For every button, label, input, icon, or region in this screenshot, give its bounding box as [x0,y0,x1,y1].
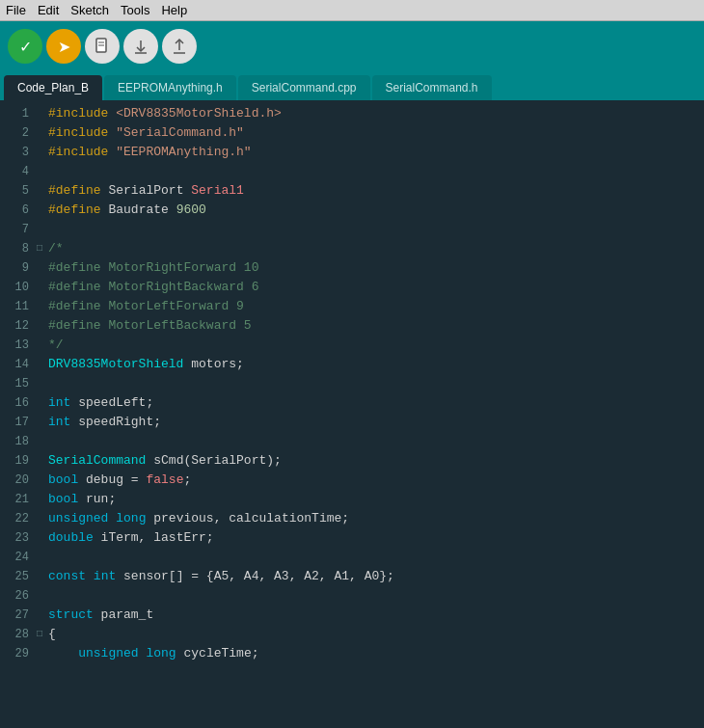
line-number: 25 [0,567,37,586]
code-text: #define Baudrate 9600 [46,201,704,220]
code-text: SerialCommand sCmd(SerialPort); [46,451,704,471]
table-row: 27struct param_t [0,606,704,625]
code-text: unsigned long previous, calculationTime; [46,509,704,528]
table-row: 22unsigned long previous, calculationTim… [0,509,704,528]
menu-edit[interactable]: Edit [38,3,59,17]
code-text [46,586,704,606]
table-row: 21bool run; [0,490,704,509]
line-number: 12 [0,316,37,336]
menu-file[interactable]: File [6,3,26,17]
line-number: 27 [0,606,37,625]
table-row: 18 [0,432,704,451]
menu-tools[interactable]: Tools [121,3,149,17]
table-row: 28□{ [0,625,704,644]
code-text: DRV8835MotorShield motors; [46,355,704,374]
line-number: 2 [0,123,37,143]
table-row: 4 [0,162,704,181]
line-number: 7 [0,220,37,239]
menubar: File Edit Sketch Tools Help [0,0,704,21]
line-number: 24 [0,548,37,567]
new-button[interactable] [85,29,120,64]
line-number: 13 [0,336,37,355]
line-number: 8 [0,239,37,258]
code-text [46,432,704,451]
fold-indicator[interactable]: □ [37,625,46,644]
code-text: bool debug = false; [46,471,704,490]
code-editor[interactable]: 1#include <DRV8835MotorShield.h>2#includ… [0,100,704,728]
line-number: 6 [0,201,37,220]
table-row: 29 unsigned long cycleTime; [0,644,704,663]
line-number: 10 [0,278,37,297]
verify-button[interactable]: ✓ [8,29,42,64]
table-row: 6#define Baudrate 9600 [0,201,704,220]
table-row: 23double iTerm, lastErr; [0,528,704,548]
table-row: 24 [0,548,704,567]
line-number: 3 [0,143,37,162]
table-row: 5#define SerialPort Serial1 [0,181,704,201]
table-row: 9#define MotorRightForward 10 [0,258,704,278]
line-number: 1 [0,104,37,123]
table-row: 20bool debug = false; [0,471,704,490]
tab-serial-command-h[interactable]: SerialCommand.h [372,75,492,100]
tab-eeprom-anything[interactable]: EEPROMAnything.h [104,75,236,100]
table-row: 3#include "EEPROMAnything.h" [0,143,704,162]
tab-code-plan-b[interactable]: Code_Plan_B [4,75,102,100]
code-text: bool run; [46,490,704,509]
code-text [46,220,704,239]
line-number: 17 [0,413,37,432]
table-row: 17int speedRight; [0,413,704,432]
table-row: 11#define MotorLeftForward 9 [0,297,704,316]
line-number: 22 [0,509,37,528]
code-text: #include "SerialCommand.h" [46,123,704,143]
code-text: int speedRight; [46,413,704,432]
code-text [46,548,704,567]
upload-button[interactable]: ➤ [46,29,81,64]
code-text: int speedLeft; [46,393,704,413]
code-text: double iTerm, lastErr; [46,528,704,548]
line-number: 16 [0,393,37,413]
table-row: 13*/ [0,336,704,355]
code-text [46,162,704,181]
fold-indicator[interactable]: □ [37,239,46,258]
menu-sketch[interactable]: Sketch [70,3,109,17]
open-button[interactable] [123,29,158,64]
code-text: #include <DRV8835MotorShield.h> [46,104,704,123]
table-row: 16int speedLeft; [0,393,704,413]
menu-help[interactable]: Help [161,3,187,17]
table-row: 10#define MotorRightBackward 6 [0,278,704,297]
code-text: #define MotorRightForward 10 [46,258,704,278]
tabs: Code_Plan_B EEPROMAnything.h SerialComma… [0,71,704,100]
code-text: unsigned long cycleTime; [46,644,704,663]
line-number: 11 [0,297,37,316]
tab-serial-command-cpp[interactable]: SerialCommand.cpp [238,75,370,100]
line-number: 18 [0,432,37,451]
code-text: #define MotorLeftForward 9 [46,297,704,316]
table-row: 8□/* [0,239,704,258]
code-text: #include "EEPROMAnything.h" [46,143,704,162]
code-text: const int sensor[] = {A5, A4, A3, A2, A1… [46,567,704,586]
line-number: 29 [0,644,37,663]
code-text: #define MotorLeftBackward 5 [46,316,704,336]
table-row: 19SerialCommand sCmd(SerialPort); [0,451,704,471]
table-row: 7 [0,220,704,239]
line-number: 21 [0,490,37,509]
table-row: 26 [0,586,704,606]
toolbar: ✓ ➤ [0,21,704,71]
save-button[interactable] [162,29,197,64]
line-number: 15 [0,374,37,393]
line-number: 26 [0,586,37,606]
line-number: 28 [0,625,37,644]
code-text: #define MotorRightBackward 6 [46,278,704,297]
code-text: */ [46,336,704,355]
line-number: 5 [0,181,37,201]
table-row: 15 [0,374,704,393]
code-text: /* [46,239,704,258]
code-text: #define SerialPort Serial1 [46,181,704,201]
line-number: 23 [0,528,37,548]
code-text: { [46,625,704,644]
code-text: struct param_t [46,606,704,625]
table-row: 25const int sensor[] = {A5, A4, A3, A2, … [0,567,704,586]
table-row: 12#define MotorLeftBackward 5 [0,316,704,336]
table-row: 2#include "SerialCommand.h" [0,123,704,143]
line-number: 4 [0,162,37,181]
